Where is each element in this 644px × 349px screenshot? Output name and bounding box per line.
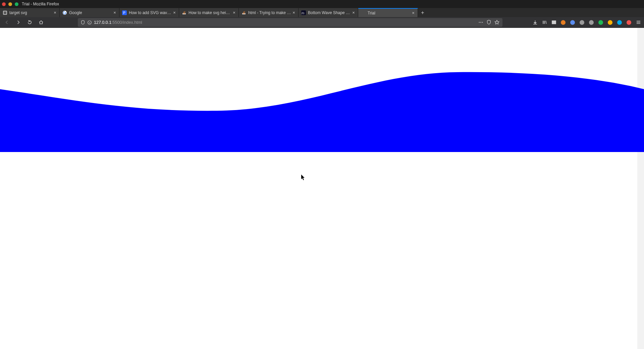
window-close-button[interactable] — [2, 2, 6, 6]
tab-svg-height[interactable]: How to make svg height sa × — [179, 8, 239, 17]
extension-icon-8[interactable] — [625, 19, 633, 26]
tab-label: html - Trying to make SVG — [248, 10, 291, 15]
navigation-toolbar: 127.0.0.1:5500/index.html — [0, 17, 644, 28]
favicon-none-icon — [361, 11, 366, 15]
sidebar-icon[interactable] — [550, 19, 557, 26]
window-minimize-button[interactable] — [8, 2, 12, 6]
tab-close-icon[interactable]: × — [112, 10, 117, 15]
svg-rect-10 — [243, 13, 245, 14]
tab-label: Trial — [368, 11, 411, 15]
favicon-freecodecamp-icon: (λ) — [301, 10, 306, 15]
tab-close-icon[interactable]: × — [53, 10, 57, 15]
svg-rect-12 — [243, 11, 245, 12]
new-tab-button[interactable]: + — [418, 8, 427, 17]
tab-close-icon[interactable]: × — [291, 10, 296, 15]
svg-rect-1 — [4, 11, 6, 14]
window-controls — [2, 2, 18, 6]
downloads-icon[interactable] — [531, 19, 539, 26]
window-maximize-button[interactable] — [15, 2, 18, 6]
extension-icon-5[interactable] — [597, 19, 604, 26]
nav-reload-button[interactable] — [25, 18, 34, 27]
tab-close-icon[interactable]: × — [172, 10, 177, 15]
extension-icon-3[interactable] — [578, 19, 586, 26]
mouse-cursor-icon — [301, 174, 305, 181]
favicon-stackoverflow-icon — [182, 10, 186, 15]
favicon-generic-icon — [3, 10, 7, 15]
bookmark-star-icon[interactable] — [494, 19, 500, 26]
url-path: :5500/index.html — [111, 20, 142, 25]
nav-forward-button[interactable] — [13, 18, 23, 27]
svg-rect-11 — [243, 12, 245, 13]
svg-rect-8 — [183, 11, 185, 12]
page-viewport — [0, 28, 644, 349]
tab-trial[interactable]: Trial × — [358, 8, 418, 17]
toolbar-extensions — [531, 19, 642, 26]
tab-label: Google — [69, 10, 112, 15]
tab-google[interactable]: Google × — [60, 8, 119, 17]
url-bar[interactable]: 127.0.0.1:5500/index.html — [78, 18, 502, 27]
tab-label: Bottom Wave Shape Effect — [308, 10, 351, 15]
wave-svg — [0, 71, 644, 152]
favicon-stackoverflow-icon — [241, 10, 246, 15]
nav-home-button[interactable] — [36, 18, 46, 27]
tab-target-svg[interactable]: target svg × — [0, 8, 60, 17]
extension-icon-1[interactable] — [559, 19, 567, 26]
svg-text:P: P — [123, 11, 125, 15]
tab-bottom-wave[interactable]: (λ) Bottom Wave Shape Effect × — [299, 8, 358, 17]
window-title: Trial - Mozilla Firefox — [22, 2, 59, 6]
extension-icon-7[interactable] — [616, 19, 623, 26]
tab-close-icon[interactable]: × — [232, 10, 236, 15]
svg-text:(λ): (λ) — [302, 12, 304, 14]
favicon-google-icon — [62, 10, 67, 15]
tab-label: target svg — [9, 10, 53, 15]
svg-rect-6 — [183, 13, 185, 14]
nav-back-button[interactable] — [2, 18, 11, 27]
menu-hamburger-icon[interactable] — [635, 19, 642, 26]
svg-rect-7 — [183, 12, 185, 13]
extension-icon-2[interactable] — [569, 19, 576, 26]
url-host: 127.0.0.1 — [94, 20, 111, 25]
tab-add-svg-waves[interactable]: P How to add SVG waves to y × — [119, 8, 179, 17]
window-titlebar: Trial - Mozilla Firefox — [0, 0, 644, 8]
tab-strip: target svg × Google × P How to add SVG w… — [0, 8, 644, 17]
tab-close-icon[interactable]: × — [411, 11, 416, 15]
extension-icon-6[interactable] — [606, 19, 614, 26]
page-actions-icon[interactable] — [478, 19, 484, 26]
tab-html-svg[interactable]: html - Trying to make SVG × — [239, 8, 299, 17]
svg-point-20 — [482, 22, 482, 22]
tab-label: How to add SVG waves to y — [129, 10, 172, 15]
site-info-icon[interactable] — [87, 20, 92, 25]
favicon-p-blue-icon: P — [122, 10, 127, 15]
tab-label: How to make svg height sa — [189, 10, 232, 15]
tracking-shield-icon[interactable] — [80, 20, 85, 25]
extension-icon-4[interactable] — [588, 19, 595, 26]
svg-point-18 — [479, 22, 479, 22]
tab-close-icon[interactable]: × — [351, 10, 356, 15]
reader-view-save-icon[interactable] — [486, 19, 492, 26]
svg-point-19 — [480, 22, 481, 22]
library-icon[interactable] — [541, 19, 548, 26]
svg-rect-21 — [552, 21, 555, 24]
url-text: 127.0.0.1:5500/index.html — [94, 20, 476, 25]
